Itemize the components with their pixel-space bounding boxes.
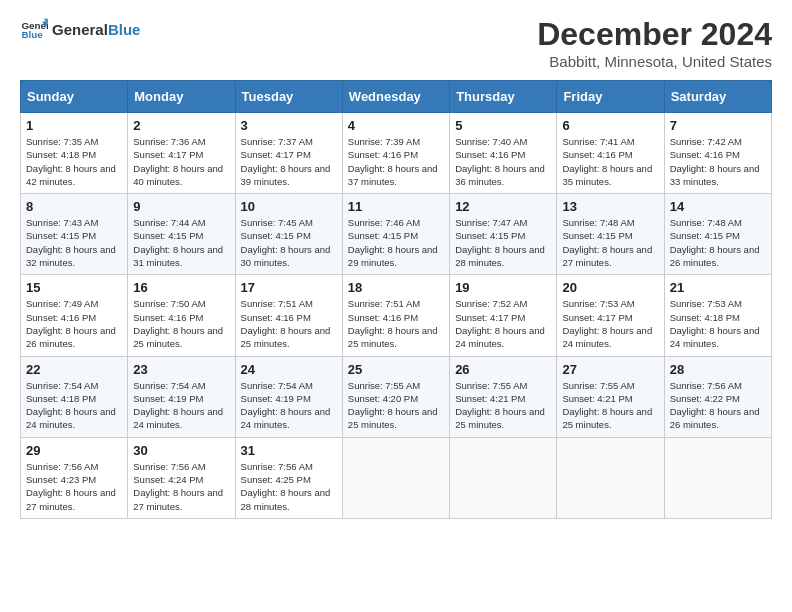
day-cell-28: 28Sunrise: 7:56 AMSunset: 4:22 PMDayligh… xyxy=(664,356,771,437)
day-info-23: Sunrise: 7:54 AMSunset: 4:19 PMDaylight:… xyxy=(133,379,229,432)
day-info-3: Sunrise: 7:37 AMSunset: 4:17 PMDaylight:… xyxy=(241,135,337,188)
day-info-20: Sunrise: 7:53 AMSunset: 4:17 PMDaylight:… xyxy=(562,297,658,350)
day-cell-6: 6Sunrise: 7:41 AMSunset: 4:16 PMDaylight… xyxy=(557,113,664,194)
day-cell-30: 30Sunrise: 7:56 AMSunset: 4:24 PMDayligh… xyxy=(128,437,235,518)
day-info-4: Sunrise: 7:39 AMSunset: 4:16 PMDaylight:… xyxy=(348,135,444,188)
week-row-5: 29Sunrise: 7:56 AMSunset: 4:23 PMDayligh… xyxy=(21,437,772,518)
weekday-header-tuesday: Tuesday xyxy=(235,81,342,113)
day-cell-9: 9Sunrise: 7:44 AMSunset: 4:15 PMDaylight… xyxy=(128,194,235,275)
day-cell-11: 11Sunrise: 7:46 AMSunset: 4:15 PMDayligh… xyxy=(342,194,449,275)
day-cell-18: 18Sunrise: 7:51 AMSunset: 4:16 PMDayligh… xyxy=(342,275,449,356)
empty-cell xyxy=(557,437,664,518)
day-number-17: 17 xyxy=(241,280,337,295)
day-info-26: Sunrise: 7:55 AMSunset: 4:21 PMDaylight:… xyxy=(455,379,551,432)
day-cell-16: 16Sunrise: 7:50 AMSunset: 4:16 PMDayligh… xyxy=(128,275,235,356)
day-number-13: 13 xyxy=(562,199,658,214)
day-info-1: Sunrise: 7:35 AMSunset: 4:18 PMDaylight:… xyxy=(26,135,122,188)
day-number-20: 20 xyxy=(562,280,658,295)
day-number-11: 11 xyxy=(348,199,444,214)
day-cell-13: 13Sunrise: 7:48 AMSunset: 4:15 PMDayligh… xyxy=(557,194,664,275)
day-info-10: Sunrise: 7:45 AMSunset: 4:15 PMDaylight:… xyxy=(241,216,337,269)
day-info-28: Sunrise: 7:56 AMSunset: 4:22 PMDaylight:… xyxy=(670,379,766,432)
day-number-24: 24 xyxy=(241,362,337,377)
day-cell-8: 8Sunrise: 7:43 AMSunset: 4:15 PMDaylight… xyxy=(21,194,128,275)
day-info-27: Sunrise: 7:55 AMSunset: 4:21 PMDaylight:… xyxy=(562,379,658,432)
day-cell-10: 10Sunrise: 7:45 AMSunset: 4:15 PMDayligh… xyxy=(235,194,342,275)
week-row-2: 8Sunrise: 7:43 AMSunset: 4:15 PMDaylight… xyxy=(21,194,772,275)
day-cell-1: 1Sunrise: 7:35 AMSunset: 4:18 PMDaylight… xyxy=(21,113,128,194)
day-number-28: 28 xyxy=(670,362,766,377)
day-info-29: Sunrise: 7:56 AMSunset: 4:23 PMDaylight:… xyxy=(26,460,122,513)
day-cell-22: 22Sunrise: 7:54 AMSunset: 4:18 PMDayligh… xyxy=(21,356,128,437)
day-cell-3: 3Sunrise: 7:37 AMSunset: 4:17 PMDaylight… xyxy=(235,113,342,194)
day-cell-21: 21Sunrise: 7:53 AMSunset: 4:18 PMDayligh… xyxy=(664,275,771,356)
day-cell-2: 2Sunrise: 7:36 AMSunset: 4:17 PMDaylight… xyxy=(128,113,235,194)
weekday-header-wednesday: Wednesday xyxy=(342,81,449,113)
svg-text:Blue: Blue xyxy=(21,29,43,40)
day-cell-31: 31Sunrise: 7:56 AMSunset: 4:25 PMDayligh… xyxy=(235,437,342,518)
week-row-4: 22Sunrise: 7:54 AMSunset: 4:18 PMDayligh… xyxy=(21,356,772,437)
day-cell-5: 5Sunrise: 7:40 AMSunset: 4:16 PMDaylight… xyxy=(450,113,557,194)
day-info-17: Sunrise: 7:51 AMSunset: 4:16 PMDaylight:… xyxy=(241,297,337,350)
empty-cell xyxy=(450,437,557,518)
day-number-9: 9 xyxy=(133,199,229,214)
week-row-1: 1Sunrise: 7:35 AMSunset: 4:18 PMDaylight… xyxy=(21,113,772,194)
day-number-5: 5 xyxy=(455,118,551,133)
empty-cell xyxy=(664,437,771,518)
logo-general-text: General xyxy=(52,21,108,38)
main-title: December 2024 xyxy=(537,16,772,53)
day-number-6: 6 xyxy=(562,118,658,133)
title-area: December 2024 Babbitt, Minnesota, United… xyxy=(537,16,772,70)
day-info-30: Sunrise: 7:56 AMSunset: 4:24 PMDaylight:… xyxy=(133,460,229,513)
day-number-16: 16 xyxy=(133,280,229,295)
day-number-2: 2 xyxy=(133,118,229,133)
day-info-14: Sunrise: 7:48 AMSunset: 4:15 PMDaylight:… xyxy=(670,216,766,269)
weekday-header-saturday: Saturday xyxy=(664,81,771,113)
day-number-10: 10 xyxy=(241,199,337,214)
day-info-9: Sunrise: 7:44 AMSunset: 4:15 PMDaylight:… xyxy=(133,216,229,269)
calendar-table: SundayMondayTuesdayWednesdayThursdayFrid… xyxy=(20,80,772,519)
day-number-18: 18 xyxy=(348,280,444,295)
day-number-22: 22 xyxy=(26,362,122,377)
day-info-21: Sunrise: 7:53 AMSunset: 4:18 PMDaylight:… xyxy=(670,297,766,350)
day-number-3: 3 xyxy=(241,118,337,133)
day-cell-29: 29Sunrise: 7:56 AMSunset: 4:23 PMDayligh… xyxy=(21,437,128,518)
day-cell-23: 23Sunrise: 7:54 AMSunset: 4:19 PMDayligh… xyxy=(128,356,235,437)
day-info-16: Sunrise: 7:50 AMSunset: 4:16 PMDaylight:… xyxy=(133,297,229,350)
day-cell-17: 17Sunrise: 7:51 AMSunset: 4:16 PMDayligh… xyxy=(235,275,342,356)
day-info-22: Sunrise: 7:54 AMSunset: 4:18 PMDaylight:… xyxy=(26,379,122,432)
day-number-15: 15 xyxy=(26,280,122,295)
weekday-header-thursday: Thursday xyxy=(450,81,557,113)
day-cell-20: 20Sunrise: 7:53 AMSunset: 4:17 PMDayligh… xyxy=(557,275,664,356)
day-info-31: Sunrise: 7:56 AMSunset: 4:25 PMDaylight:… xyxy=(241,460,337,513)
day-number-23: 23 xyxy=(133,362,229,377)
header: General Blue GeneralBlue December 2024 B… xyxy=(20,16,772,70)
day-info-11: Sunrise: 7:46 AMSunset: 4:15 PMDaylight:… xyxy=(348,216,444,269)
day-info-18: Sunrise: 7:51 AMSunset: 4:16 PMDaylight:… xyxy=(348,297,444,350)
sub-title: Babbitt, Minnesota, United States xyxy=(537,53,772,70)
day-cell-4: 4Sunrise: 7:39 AMSunset: 4:16 PMDaylight… xyxy=(342,113,449,194)
day-info-25: Sunrise: 7:55 AMSunset: 4:20 PMDaylight:… xyxy=(348,379,444,432)
week-row-3: 15Sunrise: 7:49 AMSunset: 4:16 PMDayligh… xyxy=(21,275,772,356)
day-number-25: 25 xyxy=(348,362,444,377)
empty-cell xyxy=(342,437,449,518)
day-number-7: 7 xyxy=(670,118,766,133)
day-number-14: 14 xyxy=(670,199,766,214)
day-cell-7: 7Sunrise: 7:42 AMSunset: 4:16 PMDaylight… xyxy=(664,113,771,194)
day-number-1: 1 xyxy=(26,118,122,133)
day-number-29: 29 xyxy=(26,443,122,458)
day-cell-26: 26Sunrise: 7:55 AMSunset: 4:21 PMDayligh… xyxy=(450,356,557,437)
day-info-13: Sunrise: 7:48 AMSunset: 4:15 PMDaylight:… xyxy=(562,216,658,269)
day-info-24: Sunrise: 7:54 AMSunset: 4:19 PMDaylight:… xyxy=(241,379,337,432)
day-number-12: 12 xyxy=(455,199,551,214)
logo: General Blue GeneralBlue xyxy=(20,16,140,44)
day-number-27: 27 xyxy=(562,362,658,377)
day-number-30: 30 xyxy=(133,443,229,458)
day-number-19: 19 xyxy=(455,280,551,295)
day-info-6: Sunrise: 7:41 AMSunset: 4:16 PMDaylight:… xyxy=(562,135,658,188)
weekday-header-sunday: Sunday xyxy=(21,81,128,113)
day-cell-25: 25Sunrise: 7:55 AMSunset: 4:20 PMDayligh… xyxy=(342,356,449,437)
day-cell-15: 15Sunrise: 7:49 AMSunset: 4:16 PMDayligh… xyxy=(21,275,128,356)
day-info-5: Sunrise: 7:40 AMSunset: 4:16 PMDaylight:… xyxy=(455,135,551,188)
day-cell-14: 14Sunrise: 7:48 AMSunset: 4:15 PMDayligh… xyxy=(664,194,771,275)
